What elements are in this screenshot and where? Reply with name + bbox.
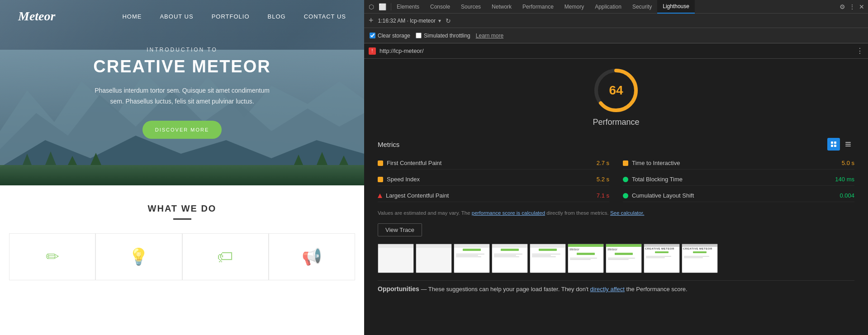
nav-blog[interactable]: BLOG (268, 13, 286, 20)
session-info: 1:16:32 AM · lcp-meteor ▾ (378, 18, 441, 24)
nav-portfolio[interactable]: PORTFOLIO (212, 13, 250, 20)
tab-lighthouse[interactable]: Lighthouse (657, 0, 695, 14)
nav-contact[interactable]: CONTACT US (304, 13, 346, 20)
calculator-link[interactable]: See calculator. (610, 210, 644, 216)
si-name: Speed Index (387, 176, 420, 183)
tab-application[interactable]: Application (589, 0, 627, 14)
opportunities-header: Opportunities — These suggestions can he… (378, 285, 854, 293)
svg-rect-17 (834, 145, 836, 147)
performance-label: Performance (593, 118, 639, 127)
frame-1 (416, 244, 452, 273)
simulated-throttling-label: Simulated throttling (424, 33, 470, 39)
simulated-throttling-checkbox[interactable] (416, 33, 422, 38)
hero-title: CREATIVE METEOR (87, 57, 277, 76)
score-section: 64 Performance (378, 68, 854, 127)
cursor-icon[interactable]: ⬡ (369, 3, 374, 10)
add-button[interactable]: + (369, 16, 374, 25)
tab-network[interactable]: Network (486, 0, 517, 14)
tab-performance[interactable]: Performance (517, 0, 559, 14)
devtools-tabbar: ⬡ ⬜ Elements Console Sources Network Per… (364, 0, 868, 14)
devtools-right-icons: ⚙ ⋮ ✕ (836, 3, 868, 10)
feature-cards: ✏ 💡 🏷 📢 (9, 233, 355, 280)
metric-cls-left: Cumulative Layout Shift (623, 192, 694, 199)
metric-cls: Cumulative Layout Shift 0.004 (623, 189, 854, 202)
card-2: 💡 (95, 233, 182, 280)
tti-value: 5.0 s (842, 160, 854, 166)
section-title: WHAT WE DO (9, 203, 355, 214)
card-1: ✏ (9, 233, 95, 280)
pencil-icon: ✏ (46, 247, 59, 266)
frame-3 (492, 244, 528, 273)
hero-intro-text: INTRODUCTION TO (87, 47, 277, 53)
card-3: 🏷 (182, 233, 269, 280)
tti-name: Time to Interactive (632, 160, 680, 166)
frame-6: Meteor (606, 244, 642, 273)
tab-sources[interactable]: Sources (455, 0, 486, 14)
cls-value: 0.004 (840, 192, 854, 199)
view-trace-button[interactable]: View Trace (378, 223, 422, 236)
metrics-title: Metrics (378, 141, 399, 148)
clear-storage-checkbox[interactable] (370, 33, 375, 38)
hero-content: INTRODUCTION TO CREATIVE METEOR Phasellu… (87, 47, 277, 138)
metric-fcp-left: First Contentful Paint (378, 160, 441, 166)
svg-rect-15 (834, 142, 836, 144)
frame-7: CREATIVE METEOR (644, 244, 680, 273)
settings-icon[interactable]: ⚙ (840, 3, 845, 10)
tbt-indicator (623, 177, 628, 182)
cls-name: Cumulative Layout Shift (632, 192, 694, 199)
svg-rect-16 (831, 145, 833, 147)
url-bar: ! http://lcp-meteor/ ⋮ (364, 43, 868, 59)
session-time: 1:16:32 AM · lcp-meteor (378, 18, 436, 24)
score-number: 64 (609, 83, 623, 98)
grid-view-icon[interactable] (827, 138, 840, 151)
metric-tti-left: Time to Interactive (623, 160, 680, 166)
filmstrip: Meteor Meteor (378, 244, 854, 273)
metrics-header: Metrics (378, 138, 854, 151)
learn-more-link[interactable]: Learn more (476, 33, 503, 39)
url-options[interactable]: ⋮ (856, 47, 863, 55)
more-icon[interactable]: ⋮ (849, 3, 855, 10)
device-icon[interactable]: ⬜ (379, 3, 386, 10)
svg-rect-18 (845, 142, 851, 143)
si-value: 5.2 s (597, 176, 609, 183)
clear-storage-checkbox-group: Clear storage (370, 33, 410, 39)
nav-home[interactable]: HOME (122, 13, 142, 20)
tab-security[interactable]: Security (627, 0, 657, 14)
nav-links: HOME ABOUT US PORTFOLIO BLOG CONTACT US (122, 12, 346, 20)
perf-score-link[interactable]: performance score is calculated (472, 210, 545, 216)
session-bar: + 1:16:32 AM · lcp-meteor ▾ ↻ (364, 14, 868, 28)
tab-memory[interactable]: Memory (559, 0, 589, 14)
navigation: Meteor HOME ABOUT US PORTFOLIO BLOG CONT… (0, 0, 364, 33)
svg-rect-19 (845, 144, 851, 145)
fcp-value: 2.7 s (597, 160, 609, 166)
metrics-grid: First Contentful Paint 2.7 s Time to Int… (378, 157, 854, 202)
tab-console[interactable]: Console (425, 0, 455, 14)
url-text: http://lcp-meteor/ (379, 47, 856, 54)
nav-about[interactable]: ABOUT US (160, 13, 193, 20)
fcp-indicator (378, 160, 383, 166)
close-icon[interactable]: ✕ (859, 3, 864, 10)
metrics-section: Metrics First Contentful Paint (378, 138, 854, 202)
clear-storage-label: Clear storage (378, 33, 410, 39)
tag-icon: 🏷 (217, 247, 233, 266)
metric-tbt-left: Total Blocking Time (623, 176, 683, 183)
svg-rect-4 (0, 165, 364, 185)
devtools-panel: ⬡ ⬜ Elements Console Sources Network Per… (364, 0, 868, 335)
list-view-icon[interactable] (842, 138, 854, 151)
si-indicator (378, 177, 383, 182)
cls-indicator (623, 193, 628, 198)
site-logo: Meteor (18, 9, 55, 24)
bulb-icon: 💡 (128, 247, 149, 266)
discover-more-button[interactable]: DISCOVER MORE (142, 121, 222, 139)
what-we-do-section: WHAT WE DO ✏ 💡 🏷 📢 (0, 185, 364, 289)
refresh-button[interactable]: ↻ (446, 17, 451, 24)
metric-tti: Time to Interactive 5.0 s (623, 157, 854, 170)
website-preview: Meteor HOME ABOUT US PORTFOLIO BLOG CONT… (0, 0, 364, 335)
directly-affect-link[interactable]: directly affect (590, 286, 625, 293)
session-dropdown[interactable]: ▾ (438, 18, 441, 24)
options-bar: Clear storage Simulated throttling Learn… (364, 28, 868, 43)
tti-indicator (623, 160, 628, 166)
lighthouse-panel[interactable]: 64 Performance Metrics (364, 59, 868, 335)
tab-elements[interactable]: Elements (391, 0, 425, 14)
fcp-name: First Contentful Paint (387, 160, 441, 166)
